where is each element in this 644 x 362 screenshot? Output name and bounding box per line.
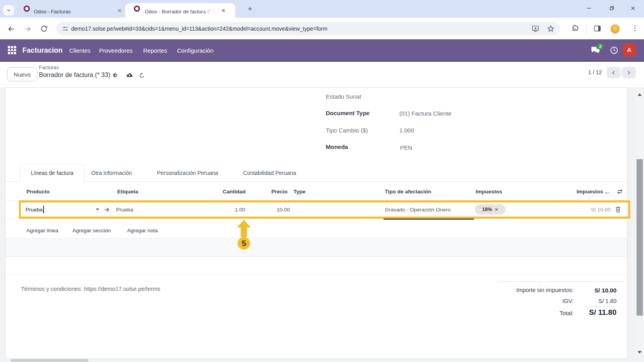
menu-dots-icon[interactable]	[631, 24, 639, 32]
tab-lineas-de-factura[interactable]: Líneas de factura	[20, 164, 85, 182]
col-etiqueta[interactable]: Etiqueta	[117, 189, 138, 195]
browser-tab-facturas[interactable]: Odoo - Facturas	[19, 3, 124, 18]
window-restore-icon[interactable]	[609, 6, 614, 11]
tab-title: Odoo - Borrador de factura (* 3	[145, 9, 218, 15]
row-border	[5, 256, 627, 257]
col-impuestos-total[interactable]: Impuestos ...	[576, 189, 609, 195]
nav-item-clientes[interactable]: Clientes	[69, 47, 90, 54]
reload-icon[interactable]	[40, 25, 48, 33]
back-icon[interactable]	[7, 25, 15, 33]
row-border	[5, 219, 627, 219]
odoo-favicon	[24, 6, 30, 12]
screen: Odoo - Facturas Odoo - Borrador de factu…	[0, 0, 644, 362]
new-tab-icon[interactable]	[247, 6, 253, 12]
cloud-save-icon[interactable]	[126, 72, 133, 78]
tab-contabilidad-peruana[interactable]: Contabilidad Peruana	[243, 170, 296, 176]
chevron-right-icon	[626, 70, 631, 75]
window-minimize-icon[interactable]	[586, 6, 592, 11]
annotation-arrow-shaft	[241, 227, 247, 237]
scroll-up-icon[interactable]	[638, 93, 642, 96]
address-bar[interactable]: demo17.solse.pe/web#id=33&cids=1&menu_id…	[56, 22, 560, 35]
tab-otra-informacion[interactable]: Otra información	[91, 170, 132, 176]
notebook-border	[5, 181, 627, 182]
igv-label: IGV:	[563, 298, 574, 304]
form-sheet	[5, 87, 627, 359]
chevron-down-icon	[6, 8, 11, 13]
tab-close-icon[interactable]	[221, 8, 226, 13]
bookmark-star-icon[interactable]	[547, 25, 555, 33]
col-tipo-afectacion[interactable]: Tipo de afectación	[385, 189, 431, 195]
col-type[interactable]: Type	[293, 189, 306, 195]
tipo-cambio-value[interactable]: 1.000	[399, 127, 414, 134]
untaxed-label: Importe sin impuestos:	[516, 287, 574, 293]
col-producto[interactable]: Producto	[26, 189, 50, 195]
tab-close-icon[interactable]	[117, 8, 122, 13]
install-icon[interactable]	[531, 25, 539, 33]
vertical-scrollbar-thumb[interactable]	[637, 159, 643, 316]
tab-title: Odoo - Facturas	[34, 9, 71, 15]
control-panel: Nuevo Facturas Borrador de factura (* 33…	[0, 62, 644, 87]
terms-text[interactable]: Términos y condiciones: https://demo17.s…	[21, 286, 161, 292]
add-line-link[interactable]: Agregar línea	[26, 228, 58, 233]
nav-item-configuracion[interactable]: Configuración	[177, 47, 214, 54]
pager-prev-button[interactable]	[607, 67, 621, 78]
tab-personalizacion-peruana[interactable]: Personalización Peruana	[157, 170, 218, 176]
afectacion-focus-underline	[384, 219, 474, 220]
user-avatar[interactable]: A	[623, 43, 636, 56]
browser-tab-borrador[interactable]: Odoo - Borrador de factura (* 3	[125, 3, 235, 18]
nav-item-proveedores[interactable]: Proveedores	[99, 47, 133, 54]
untaxed-value: S/ 10.00	[594, 287, 616, 294]
total-value: S/ 11.80	[589, 308, 616, 317]
add-note-link[interactable]: Agregar nota	[127, 228, 158, 233]
total-label: Total:	[559, 310, 574, 316]
pager-counter: 1 / 12	[588, 69, 602, 75]
forward-icon[interactable]	[24, 25, 32, 33]
document-type-label: Document Type	[326, 110, 369, 116]
horizontal-scrollbar[interactable]	[0, 359, 644, 362]
browser-tabstrip: Odoo - Facturas Odoo - Borrador de factu…	[0, 0, 644, 18]
toolbar-divider	[586, 24, 587, 34]
document-type-value[interactable]: (01) Factura Cliente	[399, 110, 452, 117]
breadcrumb-current: Borrador de factura (* 33)	[39, 72, 110, 79]
nav-item-reportes[interactable]: Reportes	[143, 47, 167, 54]
apps-menu-icon[interactable]	[8, 46, 16, 54]
browser-toolbar: demo17.solse.pe/web#id=33&cids=1&menu_id…	[0, 18, 644, 39]
chevron-left-icon	[611, 70, 616, 75]
message-count-badge: 2	[597, 43, 603, 50]
optional-columns-icon[interactable]	[616, 188, 624, 195]
tab-search-button[interactable]	[3, 5, 14, 15]
estado-sunat-label: Estado Sunat	[326, 93, 361, 100]
col-cantidad[interactable]: Cantidad	[223, 189, 245, 195]
odoo-navbar: Facturacion Clientes Proveedores Reporte…	[0, 39, 644, 62]
undo-icon[interactable]	[139, 72, 145, 79]
annotation-arrow-icon	[237, 220, 251, 228]
igv-value: S/ 1.80	[598, 298, 616, 304]
extensions-icon[interactable]	[571, 24, 579, 33]
annotation-step-badge: 5	[238, 237, 250, 250]
new-button[interactable]: Nuevo	[7, 67, 37, 81]
site-info-icon[interactable]	[62, 25, 69, 32]
breadcrumb-parent[interactable]: Facturas	[39, 64, 59, 70]
profile-avatar[interactable]	[611, 24, 620, 33]
scroll-down-icon[interactable]	[638, 351, 642, 354]
empty-row-stripe	[6, 239, 627, 256]
app-name[interactable]: Facturacion	[22, 46, 63, 55]
horizontal-scrollbar-thumb[interactable]	[11, 359, 89, 362]
col-precio[interactable]: Precio	[271, 189, 288, 195]
add-section-link[interactable]: Agregar sección	[72, 228, 111, 233]
pager-next-button[interactable]	[622, 67, 636, 78]
moneda-label: Moneda	[326, 143, 348, 150]
activity-clock-icon[interactable]	[610, 46, 618, 55]
totals-separator	[498, 281, 624, 282]
tipo-cambio-label: Tipo Cambio ($)	[326, 127, 368, 134]
odoo-favicon	[134, 6, 140, 12]
window-close-icon[interactable]	[630, 6, 636, 11]
highlight-rectangle	[19, 200, 630, 219]
igv-underline	[585, 307, 616, 307]
col-impuestos[interactable]: Impuestos	[476, 189, 502, 195]
url-text: demo17.solse.pe/web#id=33&cids=1&menu_id…	[71, 26, 327, 32]
moneda-value[interactable]: PEN	[400, 144, 412, 151]
row-border	[5, 274, 627, 274]
gear-icon[interactable]	[113, 72, 118, 78]
side-panel-icon[interactable]	[593, 24, 602, 33]
